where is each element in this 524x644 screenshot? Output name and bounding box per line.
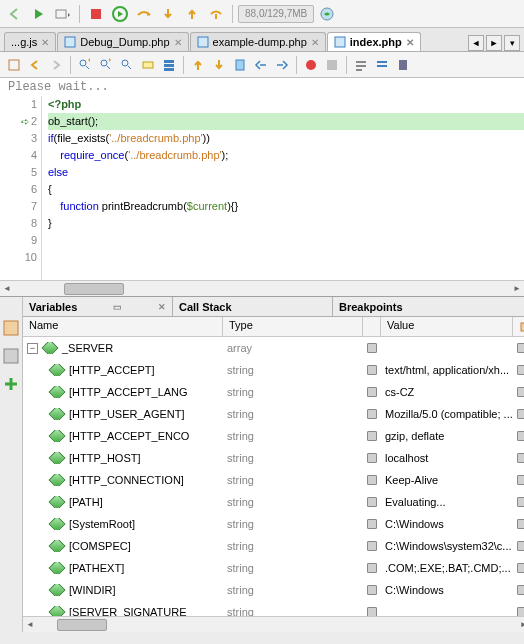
variable-row[interactable]: [SERVER_SIGNATUREstring: [23, 601, 524, 616]
watches-tab-icon[interactable]: [0, 345, 22, 367]
format-icon[interactable]: [393, 55, 413, 75]
breakpoints-panel-header[interactable]: Breakpoints: [333, 297, 524, 316]
run-to-cursor-icon[interactable]: [205, 3, 227, 25]
value-more-icon[interactable]: [517, 453, 524, 463]
var-icon: [49, 430, 66, 442]
minimize-icon[interactable]: ▭: [113, 302, 122, 312]
value-more-icon[interactable]: [517, 519, 524, 529]
find-next-icon[interactable]: [96, 55, 116, 75]
value-more-icon[interactable]: [517, 409, 524, 419]
tab-index[interactable]: index.php✕: [327, 32, 421, 51]
scroll-right-icon[interactable]: ►: [517, 618, 524, 632]
editor-toolbar: [0, 52, 524, 78]
var-icon: [49, 386, 66, 398]
tab-g-js[interactable]: ...g.js✕: [4, 32, 56, 51]
variables-panel-header[interactable]: Variables▭✕: [23, 297, 173, 316]
close-icon[interactable]: ✕: [406, 37, 414, 48]
value-more-icon[interactable]: [517, 387, 524, 397]
value-more-icon[interactable]: [517, 431, 524, 441]
tab-nav: ◄ ► ▾: [468, 35, 520, 51]
panel-hscroll[interactable]: ◄ ►: [23, 616, 524, 632]
code-lines[interactable]: <?phpob_start();if(file_exists('../bread…: [42, 96, 524, 280]
variable-row[interactable]: [HTTP_USER_AGENT]stringMozilla/5.0 (comp…: [23, 403, 524, 425]
shift-right-icon[interactable]: [272, 55, 292, 75]
code-editor[interactable]: 1➪ 2345678910 <?phpob_start();if(file_ex…: [0, 96, 524, 280]
scroll-thumb[interactable]: [64, 283, 124, 295]
variable-row[interactable]: [HTTP_ACCEPT_LANGstringcs-CZ: [23, 381, 524, 403]
bookmark-icon[interactable]: [159, 55, 179, 75]
scroll-left-icon[interactable]: ◄: [23, 618, 37, 632]
value-more-icon[interactable]: [517, 365, 524, 375]
find-sel-icon[interactable]: [117, 55, 137, 75]
close-icon[interactable]: ✕: [41, 37, 49, 48]
col-name[interactable]: Name: [23, 317, 223, 336]
add-watch-icon[interactable]: [0, 373, 22, 395]
svg-rect-23: [399, 60, 407, 70]
variable-row[interactable]: [PATH]stringEvaluating...: [23, 491, 524, 513]
value-more-icon[interactable]: [517, 585, 524, 595]
scroll-thumb[interactable]: [57, 619, 107, 631]
variable-row[interactable]: [WINDIR]stringC:\Windows: [23, 579, 524, 601]
variable-row[interactable]: [HTTP_ACCEPT_ENCOstringgzip, deflate: [23, 425, 524, 447]
stop-icon[interactable]: [85, 3, 107, 25]
tab-prev-icon[interactable]: ◄: [468, 35, 484, 51]
value-more-icon[interactable]: [517, 563, 524, 573]
history-fwd-icon[interactable]: [46, 55, 66, 75]
variables-tab-icon[interactable]: [0, 317, 22, 339]
tab-debug-dump[interactable]: Debug_Dump.php✕: [57, 32, 188, 51]
close-icon[interactable]: ✕: [158, 302, 166, 312]
step-over-icon[interactable]: [133, 3, 155, 25]
col-type[interactable]: Type: [223, 317, 363, 336]
value-more-icon[interactable]: [517, 343, 524, 353]
tab-example-dump[interactable]: example-dump.php✕: [190, 32, 326, 51]
variable-row[interactable]: [HTTP_CONNECTION]stringKeep-Alive: [23, 469, 524, 491]
run-icon[interactable]: [28, 3, 50, 25]
step-into-icon[interactable]: [157, 3, 179, 25]
value-more-icon[interactable]: [517, 497, 524, 507]
debug-toolbar: 88,0/129,7MB: [0, 0, 524, 28]
value-more-icon[interactable]: [517, 607, 524, 616]
continue-icon[interactable]: [109, 3, 131, 25]
next-bookmark-icon[interactable]: [209, 55, 229, 75]
macro-record-icon[interactable]: [301, 55, 321, 75]
editor-hscroll[interactable]: ◄ ►: [0, 280, 524, 296]
variable-row[interactable]: [HTTP_ACCEPT]stringtext/html, applicatio…: [23, 359, 524, 381]
source-icon[interactable]: [4, 55, 24, 75]
debug-dropdown-icon[interactable]: [52, 3, 74, 25]
variable-row[interactable]: −_SERVERarray: [23, 337, 524, 359]
tab-next-icon[interactable]: ►: [486, 35, 502, 51]
svg-rect-17: [327, 60, 337, 70]
collapse-icon[interactable]: −: [27, 343, 38, 354]
debug-panels: Variables▭✕ Call Stack Breakpoints Name …: [0, 296, 524, 632]
history-back-icon[interactable]: [25, 55, 45, 75]
value-more-icon[interactable]: [517, 475, 524, 485]
value-sep-icon: [367, 475, 377, 485]
tab-list-icon[interactable]: ▾: [504, 35, 520, 51]
scroll-right-icon[interactable]: ►: [510, 282, 524, 296]
find-prev-icon[interactable]: [75, 55, 95, 75]
variable-row[interactable]: [COMSPEC]stringC:\Windows\system32\c...: [23, 535, 524, 557]
col-value[interactable]: Value: [381, 317, 513, 336]
close-icon[interactable]: ✕: [311, 37, 319, 48]
variables-tree[interactable]: −_SERVERarray[HTTP_ACCEPT]stringtext/htm…: [23, 337, 524, 616]
shift-left-icon[interactable]: [251, 55, 271, 75]
macro-stop-icon[interactable]: [322, 55, 342, 75]
uncomment-icon[interactable]: [372, 55, 392, 75]
toggle-bookmark-icon[interactable]: [230, 55, 250, 75]
value-more-icon[interactable]: [517, 541, 524, 551]
back-icon[interactable]: [4, 3, 26, 25]
col-sep: [363, 317, 381, 336]
value-sep-icon: [367, 387, 377, 397]
gc-icon[interactable]: [316, 3, 338, 25]
callstack-panel-header[interactable]: Call Stack: [173, 297, 333, 316]
variable-row[interactable]: [PATHEXT]string.COM;.EXE;.BAT;.CMD;...: [23, 557, 524, 579]
scroll-left-icon[interactable]: ◄: [0, 282, 14, 296]
variable-row[interactable]: [HTTP_HOST]stringlocalhost: [23, 447, 524, 469]
close-icon[interactable]: ✕: [174, 37, 182, 48]
col-config-icon[interactable]: [513, 317, 524, 336]
variable-row[interactable]: [SystemRoot]stringC:\Windows: [23, 513, 524, 535]
highlight-icon[interactable]: [138, 55, 158, 75]
step-out-icon[interactable]: [181, 3, 203, 25]
comment-icon[interactable]: [351, 55, 371, 75]
prev-bookmark-icon[interactable]: [188, 55, 208, 75]
